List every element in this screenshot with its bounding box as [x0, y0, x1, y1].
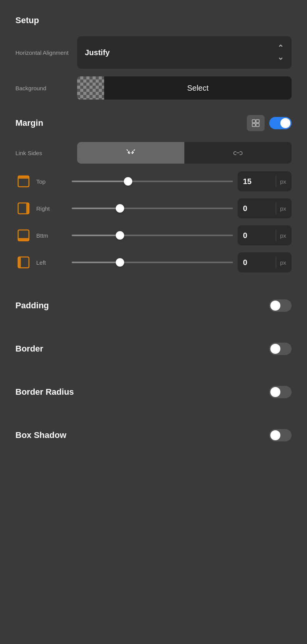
border-radius-section: Border Radius	[15, 374, 292, 410]
svg-rect-1	[256, 120, 259, 123]
left-row: Left 0 px	[15, 252, 292, 272]
unlink-sides-button[interactable]	[77, 142, 184, 164]
svg-rect-0	[252, 120, 255, 123]
margin-controls	[247, 115, 292, 131]
right-slider-thumb[interactable]	[116, 204, 124, 213]
top-slider[interactable]	[72, 181, 233, 182]
svg-rect-7	[26, 203, 29, 214]
border-toggle-thumb	[270, 344, 280, 354]
border-radius-toggle-thumb	[270, 387, 280, 397]
background-row: Background Select	[15, 76, 292, 100]
left-slider-thumb[interactable]	[116, 258, 124, 267]
background-label: Background	[15, 85, 77, 91]
left-slider[interactable]	[72, 262, 233, 263]
left-margin-icon	[15, 254, 32, 270]
unlink-icon	[125, 147, 136, 158]
link-sides-row: Link Sides	[15, 142, 292, 164]
svg-rect-9	[18, 238, 29, 241]
bttm-row: Bttm 0 px	[15, 225, 292, 245]
padding-section: Padding	[15, 288, 292, 323]
right-value[interactable]: 0	[243, 204, 272, 213]
margin-section: Margin Link Sides	[15, 115, 292, 272]
padding-title: Padding	[15, 301, 49, 311]
link-sides-label: Link Sides	[15, 150, 77, 156]
bttm-value-divider	[276, 230, 276, 241]
background-checker	[77, 76, 104, 100]
right-unit: px	[280, 205, 286, 212]
box-shadow-toggle[interactable]	[269, 429, 292, 441]
left-unit: px	[280, 259, 286, 266]
svg-rect-5	[18, 176, 29, 179]
horizontal-alignment-value: Justify	[85, 48, 110, 57]
box-shadow-toggle-thumb	[270, 430, 280, 440]
link-sides-button[interactable]	[184, 142, 292, 164]
left-value[interactable]: 0	[243, 258, 272, 267]
setup-section: Setup Horizontal Alignment Justify ⌃⌄ Ba…	[15, 15, 292, 100]
padding-toggle-thumb	[270, 301, 280, 311]
top-value-divider	[276, 176, 276, 187]
margin-header: Margin	[15, 115, 292, 131]
box-shadow-title: Box Shadow	[15, 430, 66, 440]
chevron-down-icon: ⌃⌄	[277, 43, 284, 62]
top-row: Top 15 px	[15, 171, 292, 191]
layers-icon	[251, 119, 260, 127]
top-slider-thumb[interactable]	[124, 177, 132, 186]
link-icon	[233, 147, 243, 158]
svg-rect-2	[252, 123, 255, 127]
bttm-slider-fill	[72, 235, 120, 236]
right-label: Right	[36, 205, 67, 212]
right-value-box: 0 px	[238, 198, 292, 218]
box-shadow-section: Box Shadow	[15, 418, 292, 453]
border-toggle[interactable]	[269, 343, 292, 355]
top-unit: px	[280, 178, 286, 185]
link-sides-buttons	[77, 142, 292, 164]
top-value-box: 15 px	[238, 171, 292, 191]
background-select-button[interactable]: Select	[104, 76, 292, 100]
bttm-value-box: 0 px	[238, 225, 292, 245]
svg-rect-3	[256, 123, 259, 127]
svg-rect-11	[18, 257, 21, 268]
margin-layers-button[interactable]	[247, 115, 265, 131]
bttm-value[interactable]: 0	[243, 231, 272, 240]
right-row: Right 0 px	[15, 198, 292, 218]
margin-toggle-thumb	[280, 118, 290, 128]
top-margin-icon	[15, 173, 32, 189]
left-label: Left	[36, 259, 67, 266]
margin-toggle[interactable]	[269, 117, 292, 129]
left-value-divider	[276, 257, 276, 268]
horizontal-alignment-label: Horizontal Alignment	[15, 49, 77, 56]
bttm-slider-thumb[interactable]	[116, 231, 124, 240]
top-label: Top	[36, 178, 67, 185]
bttm-label: Bttm	[36, 232, 67, 239]
left-value-box: 0 px	[238, 252, 292, 272]
bttm-margin-icon	[15, 227, 32, 243]
horizontal-alignment-dropdown[interactable]: Justify ⌃⌄	[77, 36, 292, 69]
horizontal-alignment-row: Horizontal Alignment Justify ⌃⌄	[15, 36, 292, 69]
left-slider-fill	[72, 262, 120, 263]
bttm-unit: px	[280, 232, 286, 239]
border-radius-title: Border Radius	[15, 387, 74, 397]
top-value[interactable]: 15	[243, 177, 272, 186]
bttm-slider[interactable]	[72, 235, 233, 236]
border-radius-toggle[interactable]	[269, 386, 292, 398]
top-slider-fill	[72, 181, 128, 182]
padding-toggle[interactable]	[269, 299, 292, 312]
right-value-divider	[276, 203, 276, 214]
right-margin-icon	[15, 200, 32, 216]
setup-title: Setup	[15, 15, 292, 25]
border-section: Border	[15, 331, 292, 367]
border-title: Border	[15, 344, 43, 354]
margin-title: Margin	[15, 118, 43, 128]
right-slider[interactable]	[72, 208, 233, 209]
right-slider-fill	[72, 208, 120, 209]
